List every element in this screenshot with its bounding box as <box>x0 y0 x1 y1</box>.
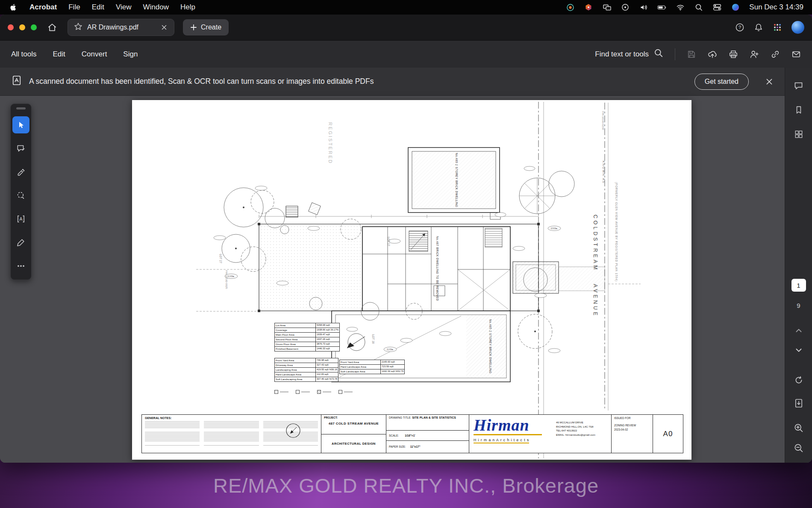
page-thumbnails-icon[interactable] <box>791 127 806 142</box>
search-icon[interactable] <box>654 48 663 60</box>
upload-cloud-icon[interactable] <box>708 50 717 59</box>
select-text-tool-button[interactable]: A <box>12 210 29 227</box>
quick-tools-palette: A <box>10 103 32 280</box>
airplay-icon[interactable] <box>621 3 630 12</box>
hexagon-app-icon[interactable] <box>584 3 593 12</box>
scale-label: SCALE: <box>389 434 399 437</box>
add-user-icon[interactable] <box>750 50 759 59</box>
minimize-window-button[interactable] <box>19 24 25 30</box>
app-switcher-waffle-icon[interactable] <box>773 23 782 32</box>
save-icon <box>687 50 696 59</box>
tree-diameter-label: 0.5 Dia. <box>551 227 558 230</box>
zoom-out-icon[interactable] <box>791 440 806 456</box>
title-block: GENERAL NOTES: PROJECT: 487 COLD STREAM … <box>141 414 683 453</box>
issued-for-cell: ISSUED FOR ZONING REVIEW 2023-04-02 <box>612 415 653 453</box>
menu-help[interactable]: Help <box>180 3 195 12</box>
table-row: Finished Basement1446.33 sqft <box>275 347 340 351</box>
palette-drag-handle[interactable] <box>16 107 26 109</box>
project-label: PROJECT: <box>324 416 383 419</box>
menu-view[interactable]: View <box>116 3 132 12</box>
table-row: Coverage1938.66 sqft 36.17% <box>275 328 340 333</box>
star-icon[interactable] <box>74 22 82 32</box>
tree-diameter-label: 3.2 Dia. <box>387 349 394 351</box>
all-tools-menu[interactable]: All tools <box>11 50 37 59</box>
document-tab[interactable]: AR Drawings.pdf <box>68 19 174 36</box>
comments-panel-icon[interactable] <box>791 78 806 93</box>
general-notes-cell: GENERAL NOTES: <box>142 415 321 453</box>
acrobat-toolbar: All tools Edit Convert Sign Find text or… <box>0 40 812 68</box>
acrobat-window: AR Drawings.pdf Create ? <box>0 15 812 463</box>
menu-acrobat[interactable]: Acrobat <box>29 3 57 12</box>
find-text-or-tools[interactable]: Find text or tools <box>595 48 663 60</box>
sign-menu[interactable]: Sign <box>123 50 138 59</box>
more-tools-button[interactable] <box>12 257 29 275</box>
menu-bar-clock[interactable]: Sun Dec 3 14:39 <box>749 3 803 12</box>
sheet-number: A0 <box>653 415 683 453</box>
table-row: Hard Landscape Area112.09 sqft <box>275 372 338 377</box>
help-icon[interactable]: ? <box>735 23 744 32</box>
export-page-icon[interactable] <box>791 396 806 411</box>
menu-window[interactable]: Window <box>143 3 168 12</box>
lot-18-label: LOT 18 <box>372 334 375 344</box>
wallpaper-brand-text: RE/MAX GOLD REALTY INC., Brokerage <box>213 474 599 497</box>
table-row: Front Yard Area2165.93 sqft <box>340 360 405 365</box>
macos-menu-bar: Acrobat File Edit View Window Help <box>0 0 812 15</box>
scan-notification-message: A scanned document has been identified, … <box>29 77 374 86</box>
total-pages-label: 9 <box>785 302 812 309</box>
issued-for-value: ZONING REVIEW <box>614 424 650 427</box>
coldstream-label: COLDSTREAM <box>592 215 598 272</box>
next-page-icon[interactable] <box>791 343 806 358</box>
apple-menu-icon[interactable] <box>9 3 18 12</box>
screen-mirroring-icon[interactable] <box>602 3 612 12</box>
general-notes-title: GENERAL NOTES: <box>145 416 318 419</box>
hatch-legend <box>274 390 353 394</box>
rotate-page-icon[interactable] <box>791 372 806 388</box>
siri-icon[interactable] <box>731 3 740 12</box>
notifications-bell-icon[interactable] <box>754 23 763 32</box>
pdf-page[interactable]: No.489 2 STOREY BRICK DWELLING <box>132 100 691 460</box>
wifi-icon[interactable] <box>676 3 685 12</box>
discipline-label: ARCHITECTURAL DESIGN <box>321 434 386 452</box>
close-window-button[interactable] <box>8 24 14 30</box>
convert-menu[interactable]: Convert <box>82 50 107 59</box>
create-button[interactable]: Create <box>183 19 229 35</box>
control-center-icon[interactable] <box>712 3 722 12</box>
highlighter-tool-button[interactable] <box>12 163 29 180</box>
camera-lens-icon[interactable] <box>565 3 575 12</box>
find-label: Find text or tools <box>595 50 649 59</box>
tab-close-icon[interactable] <box>160 24 168 31</box>
create-button-label: Create <box>201 24 221 31</box>
menu-edit[interactable]: Edit <box>92 3 104 12</box>
print-icon[interactable] <box>729 50 738 59</box>
home-icon[interactable] <box>44 20 60 35</box>
volume-icon[interactable] <box>639 3 648 12</box>
notification-close-icon[interactable] <box>765 77 774 86</box>
comment-tool-button[interactable] <box>12 140 29 157</box>
spotlight-search-icon[interactable] <box>694 3 703 12</box>
svg-text:?: ? <box>738 25 741 30</box>
toolbar-divider <box>675 48 675 60</box>
zoom-in-icon[interactable] <box>791 420 806 436</box>
menu-file[interactable]: File <box>68 3 80 12</box>
email-icon[interactable] <box>791 50 801 59</box>
formerly-label: (FORMERLY GLEN VIEW AVENUE BY REGISTERED… <box>615 182 618 281</box>
battery-icon[interactable] <box>657 3 667 12</box>
drawing-title-cell: DRAWING TITLE: SITE PLAN & SITE STATISTI… <box>386 415 469 453</box>
desktop-wallpaper-band: RE/MAX GOLD REALTY INC., Brokerage <box>0 463 812 508</box>
zoom-window-button[interactable] <box>31 24 37 30</box>
fill-sign-tool-button[interactable] <box>12 234 29 251</box>
current-page-input[interactable]: 1 <box>791 279 806 292</box>
get-started-button[interactable]: Get started <box>694 74 749 90</box>
table-row: Hard Landscape Area723.59 sqft <box>340 365 405 369</box>
link-icon[interactable] <box>771 50 780 59</box>
known-as-label: KNOWN AS <box>602 161 605 184</box>
right-sidebar: 1 9 <box>785 68 812 463</box>
architect-firm-cell: Hirman H i r m a n A r c h i t e c t s 4… <box>469 415 612 453</box>
lasso-tool-button[interactable] <box>12 187 29 204</box>
bookmarks-panel-icon[interactable] <box>791 102 806 118</box>
edit-menu[interactable]: Edit <box>53 50 65 59</box>
account-avatar[interactable] <box>791 21 804 34</box>
select-tool-button[interactable] <box>12 116 29 133</box>
table-row: Soft Landscaping Area307.46 sqft %73.78 <box>275 377 338 382</box>
previous-page-icon[interactable] <box>791 323 806 338</box>
